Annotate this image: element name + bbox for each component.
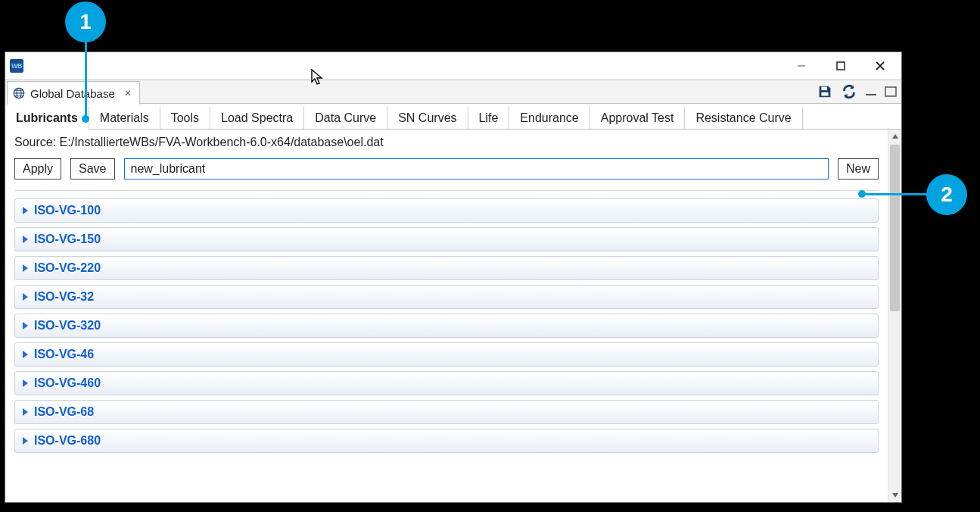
titlebar: WB [5, 52, 901, 80]
save-button[interactable]: Save [70, 158, 114, 180]
window-close-button[interactable] [860, 52, 900, 80]
tab-endurance[interactable]: Endurance [509, 107, 590, 129]
globe-icon [12, 86, 26, 100]
lubricant-list: ISO-VG-100 ISO-VG-150 ISO-VG-220 ISO-VG-… [14, 190, 879, 502]
document-tab-strip: Global Database ✕ [5, 80, 901, 104]
tab-lubricants[interactable]: Lubricants [5, 107, 89, 129]
list-item-label: ISO-VG-46 [34, 348, 94, 361]
save-icon[interactable] [817, 83, 833, 100]
chevron-right-icon [23, 236, 28, 243]
content-panel: Source: E:/InstallierteWBs/FVA-Workbench… [5, 130, 888, 502]
tab-sn-curves[interactable]: SN Curves [387, 107, 468, 129]
refresh-icon[interactable] [841, 83, 857, 100]
callout-1: 1 [65, 2, 106, 42]
scroll-down-icon[interactable] [888, 489, 901, 502]
list-item-label: ISO-VG-150 [34, 233, 101, 246]
minimize-view-icon[interactable] [865, 86, 877, 97]
tab-resistance-curve[interactable]: Resistance Curve [685, 107, 802, 129]
list-item-label: ISO-VG-100 [34, 204, 101, 217]
chevron-right-icon [23, 379, 28, 387]
chevron-right-icon [23, 322, 28, 329]
tab-materials[interactable]: Materials [89, 107, 160, 129]
scroll-thumb[interactable] [890, 145, 900, 311]
list-item[interactable]: ISO-VG-68 [14, 400, 879, 424]
list-item[interactable]: ISO-VG-680 [14, 429, 879, 453]
maximize-view-icon[interactable] [885, 86, 897, 97]
tab-life[interactable]: Life [468, 107, 510, 129]
app-window: WB Global Databa [5, 52, 902, 503]
tab-tools[interactable]: Tools [160, 107, 210, 129]
document-tab-global-database[interactable]: Global Database ✕ [7, 81, 140, 105]
svg-rect-10 [821, 92, 828, 96]
chevron-right-icon [23, 207, 28, 214]
tab-load-spectra[interactable]: Load Spectra [210, 107, 304, 129]
tab-data-curve[interactable]: Data Curve [304, 107, 387, 129]
list-item[interactable]: ISO-VG-32 [14, 285, 879, 309]
list-item-label: ISO-VG-220 [34, 261, 101, 275]
list-item[interactable]: ISO-VG-46 [14, 342, 879, 367]
callout-1-dot [82, 115, 89, 123]
chevron-right-icon [23, 408, 28, 416]
chevron-right-icon [23, 437, 28, 445]
list-item[interactable]: ISO-VG-460 [14, 371, 879, 395]
callout-2-dot [858, 190, 866, 198]
list-item-label: ISO-VG-680 [34, 434, 101, 448]
callout-2: 2 [926, 174, 967, 215]
vertical-scrollbar[interactable] [888, 130, 901, 502]
source-path-label: Source: E:/InstallierteWBs/FVA-Workbench… [14, 136, 879, 149]
list-item[interactable]: ISO-VG-100 [14, 198, 879, 223]
list-item-label: ISO-VG-32 [34, 290, 94, 304]
list-item-label: ISO-VG-460 [34, 376, 101, 390]
window-maximize-button[interactable] [821, 52, 860, 80]
document-tab-close-icon[interactable]: ✕ [120, 88, 132, 98]
chevron-right-icon [23, 293, 28, 301]
callout-2-line [864, 193, 928, 195]
callout-1-line [85, 41, 87, 117]
scroll-up-icon[interactable] [888, 130, 901, 143]
name-input[interactable] [124, 158, 829, 180]
chevron-right-icon [23, 351, 28, 358]
apply-button[interactable]: Apply [14, 158, 61, 180]
list-item-label: ISO-VG-320 [34, 319, 101, 332]
list-item[interactable]: ISO-VG-150 [14, 227, 879, 251]
list-item-label: ISO-VG-68 [34, 405, 94, 419]
window-minimize-button[interactable] [782, 52, 821, 80]
chevron-right-icon [23, 264, 28, 272]
tab-approval-test[interactable]: Approval Test [590, 107, 686, 129]
list-item[interactable]: ISO-VG-320 [14, 314, 879, 338]
svg-rect-11 [866, 94, 876, 95]
document-tab-title: Global Database [30, 87, 115, 100]
app-icon: WB [10, 59, 23, 73]
svg-rect-9 [821, 87, 826, 91]
svg-rect-12 [885, 87, 896, 96]
category-tabs: Lubricants Materials Tools Load Spectra … [5, 104, 901, 130]
list-item[interactable]: ISO-VG-220 [14, 256, 879, 280]
new-button[interactable]: New [838, 158, 879, 180]
svg-rect-1 [837, 62, 845, 70]
